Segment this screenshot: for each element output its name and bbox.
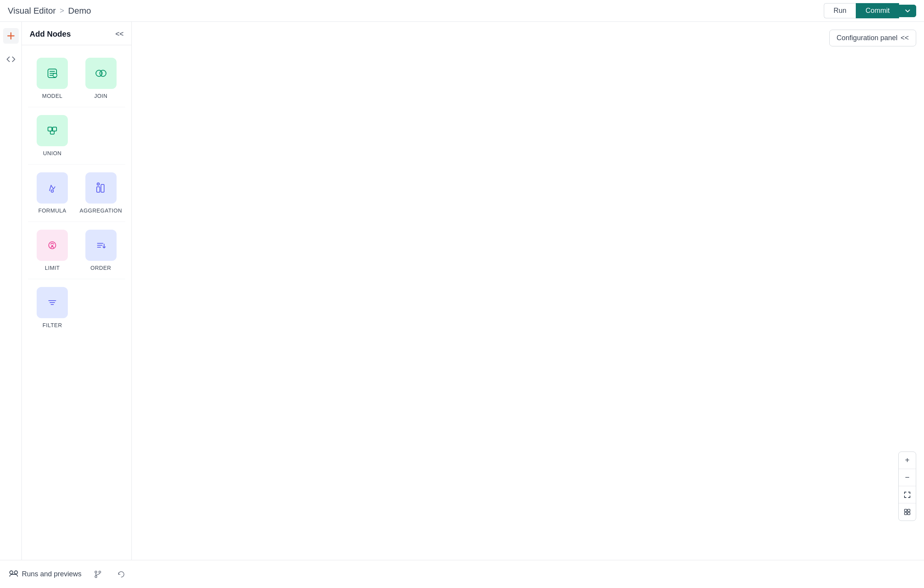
- zoom-controls: + −: [898, 452, 916, 521]
- bottom-bar: Runs and previews: [0, 560, 924, 588]
- node-label-filter: FILTER: [42, 322, 62, 328]
- code-icon-btn[interactable]: [3, 51, 19, 67]
- refresh-button[interactable]: [114, 567, 128, 581]
- svg-point-30: [10, 571, 13, 574]
- main-layout: Add Nodes << MODEL: [0, 22, 924, 560]
- zoom-in-button[interactable]: +: [899, 452, 916, 469]
- node-icon-filter: [37, 287, 68, 318]
- node-label-aggregation: AGGREGATION: [80, 207, 122, 214]
- svg-rect-28: [905, 512, 907, 515]
- svg-rect-6: [48, 127, 52, 131]
- svg-rect-27: [908, 509, 910, 512]
- runs-previews-button[interactable]: Runs and previews: [9, 570, 81, 578]
- header-actions: Run Commit: [824, 3, 916, 18]
- header: Visual Editor > Demo Run Commit: [0, 0, 924, 22]
- section-divider-2: [28, 164, 125, 165]
- left-icons-sidebar: [0, 22, 22, 560]
- node-item-model[interactable]: MODEL: [28, 51, 76, 105]
- commit-button[interactable]: Commit: [856, 3, 899, 18]
- git-branch-button[interactable]: [91, 567, 105, 581]
- svg-rect-8: [50, 131, 54, 134]
- section-divider-4: [28, 279, 125, 279]
- svg-rect-29: [908, 512, 910, 515]
- grid-view-button[interactable]: [899, 503, 916, 521]
- run-button[interactable]: Run: [824, 3, 856, 18]
- add-nodes-header: Add Nodes <<: [22, 22, 131, 45]
- breadcrumb-demo: Demo: [68, 6, 91, 16]
- configuration-panel-button[interactable]: Configuration panel <<: [829, 30, 916, 46]
- runs-previews-label: Runs and previews: [22, 570, 81, 578]
- node-label-order: ORDER: [90, 265, 111, 271]
- node-item-union[interactable]: UNION: [28, 109, 76, 163]
- node-label-union: UNION: [43, 150, 62, 156]
- node-label-model: MODEL: [42, 93, 62, 99]
- svg-point-13: [98, 184, 99, 184]
- section-divider-3: [28, 221, 125, 222]
- node-item-join[interactable]: JOIN: [76, 51, 125, 105]
- node-item-limit[interactable]: LIMIT: [28, 223, 76, 277]
- add-nodes-panel: Add Nodes << MODEL: [22, 22, 132, 560]
- commit-dropdown-button[interactable]: [899, 5, 916, 17]
- add-node-icon-btn[interactable]: [3, 28, 19, 44]
- node-label-formula: FORMULA: [38, 207, 66, 214]
- zoom-out-button[interactable]: −: [899, 469, 916, 486]
- section-divider-1: [28, 107, 125, 107]
- node-item-formula[interactable]: FORMULA: [28, 166, 76, 220]
- breadcrumb-separator: >: [60, 6, 64, 15]
- svg-rect-26: [905, 509, 907, 512]
- node-item-order[interactable]: ORDER: [76, 223, 125, 277]
- node-item-aggregation[interactable]: AGGREGATION: [76, 166, 125, 220]
- node-icon-model: [37, 58, 68, 89]
- add-nodes-title: Add Nodes: [30, 30, 71, 39]
- node-icon-limit: [37, 230, 68, 261]
- svg-rect-7: [53, 127, 57, 131]
- header-breadcrumb: Visual Editor > Demo: [8, 6, 91, 16]
- svg-rect-11: [101, 184, 104, 192]
- node-label-limit: LIMIT: [45, 265, 60, 271]
- union-spacer: [76, 109, 125, 163]
- breadcrumb-visual-editor[interactable]: Visual Editor: [8, 6, 56, 16]
- nodes-grid: MODEL JOIN: [22, 45, 131, 341]
- node-icon-formula: [37, 172, 68, 204]
- svg-rect-10: [97, 187, 100, 192]
- config-panel-collapse-icon: <<: [901, 34, 909, 42]
- node-icon-order: [85, 230, 117, 261]
- svg-point-5: [100, 70, 106, 76]
- node-icon-aggregation: [85, 172, 117, 204]
- fit-view-button[interactable]: [899, 486, 916, 503]
- svg-point-3: [53, 73, 57, 77]
- node-icon-join: [85, 58, 117, 89]
- node-icon-union: [37, 115, 68, 146]
- collapse-panel-button[interactable]: <<: [115, 30, 124, 38]
- config-panel-label: Configuration panel: [837, 34, 897, 42]
- canvas-area[interactable]: Configuration panel << + −: [132, 22, 924, 560]
- svg-point-9: [51, 190, 53, 192]
- node-label-join: JOIN: [94, 93, 108, 99]
- node-item-filter[interactable]: FILTER: [28, 281, 76, 335]
- svg-point-31: [14, 571, 18, 574]
